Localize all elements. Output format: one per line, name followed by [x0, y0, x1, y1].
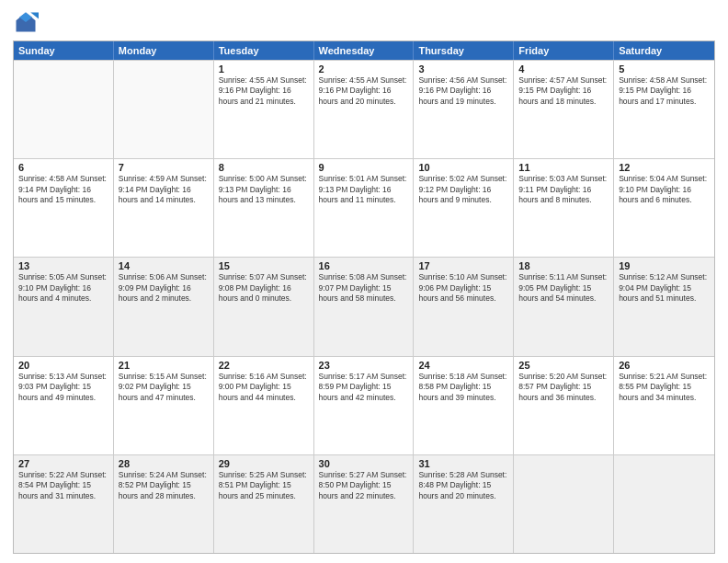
day-info: Sunrise: 4:56 AM Sunset: 9:16 PM Dayligh…	[418, 75, 508, 107]
day-number: 4	[518, 63, 609, 75]
day-info: Sunrise: 5:24 AM Sunset: 8:52 PM Dayligh…	[119, 470, 209, 501]
calendar-cell: 13Sunrise: 5:05 AM Sunset: 9:10 PM Dayli…	[14, 258, 114, 355]
day-info: Sunrise: 5:08 AM Sunset: 9:07 PM Dayligh…	[319, 272, 409, 304]
day-info: Sunrise: 4:59 AM Sunset: 9:14 PM Dayligh…	[119, 174, 209, 205]
day-info: Sunrise: 5:04 AM Sunset: 9:10 PM Dayligh…	[619, 174, 710, 205]
calendar-cell: 5Sunrise: 4:58 AM Sunset: 9:15 PM Daylig…	[614, 61, 714, 158]
day-info: Sunrise: 5:01 AM Sunset: 9:13 PM Dayligh…	[319, 174, 409, 205]
calendar-row-4: 27Sunrise: 5:22 AM Sunset: 8:54 PM Dayli…	[14, 454, 714, 553]
calendar-cell: 25Sunrise: 5:20 AM Sunset: 8:57 PM Dayli…	[514, 357, 614, 454]
day-info: Sunrise: 5:17 AM Sunset: 8:59 PM Dayligh…	[319, 372, 409, 403]
day-number: 5	[619, 63, 710, 75]
calendar-cell: 10Sunrise: 5:02 AM Sunset: 9:12 PM Dayli…	[414, 159, 514, 257]
calendar: SundayMondayTuesdayWednesdayThursdayFrid…	[13, 40, 715, 554]
header-day-wednesday: Wednesday	[314, 41, 415, 60]
header-day-saturday: Saturday	[614, 41, 714, 60]
calendar-cell: 6Sunrise: 4:58 AM Sunset: 9:14 PM Daylig…	[14, 159, 114, 257]
day-info: Sunrise: 5:00 AM Sunset: 9:13 PM Dayligh…	[219, 174, 309, 205]
day-number: 30	[319, 458, 409, 469]
day-info: Sunrise: 5:22 AM Sunset: 8:54 PM Dayligh…	[18, 470, 108, 501]
day-info: Sunrise: 5:21 AM Sunset: 8:55 PM Dayligh…	[619, 372, 710, 403]
day-info: Sunrise: 4:55 AM Sunset: 9:16 PM Dayligh…	[219, 75, 309, 107]
day-info: Sunrise: 5:16 AM Sunset: 9:00 PM Dayligh…	[219, 372, 309, 403]
day-info: Sunrise: 5:18 AM Sunset: 8:58 PM Dayligh…	[418, 372, 508, 403]
calendar-cell: 3Sunrise: 4:56 AM Sunset: 9:16 PM Daylig…	[414, 61, 514, 158]
header-day-tuesday: Tuesday	[214, 41, 314, 60]
calendar-cell: 12Sunrise: 5:04 AM Sunset: 9:10 PM Dayli…	[614, 159, 714, 257]
day-number: 16	[319, 260, 409, 271]
day-number: 17	[418, 260, 508, 271]
day-info: Sunrise: 5:06 AM Sunset: 9:09 PM Dayligh…	[119, 272, 209, 304]
day-number: 14	[119, 260, 209, 271]
day-number: 10	[418, 162, 508, 173]
day-number: 11	[518, 162, 609, 173]
day-number: 31	[418, 458, 508, 469]
day-number: 2	[319, 63, 409, 75]
day-info: Sunrise: 5:10 AM Sunset: 9:06 PM Dayligh…	[418, 272, 508, 304]
calendar-cell	[14, 61, 114, 158]
day-number: 9	[319, 162, 409, 173]
header	[13, 9, 715, 35]
calendar-row-2: 13Sunrise: 5:05 AM Sunset: 9:10 PM Dayli…	[14, 257, 714, 355]
calendar-cell: 16Sunrise: 5:08 AM Sunset: 9:07 PM Dayli…	[314, 258, 415, 355]
day-info: Sunrise: 4:57 AM Sunset: 9:15 PM Dayligh…	[518, 75, 609, 107]
day-info: Sunrise: 4:58 AM Sunset: 9:14 PM Dayligh…	[18, 174, 108, 205]
calendar-cell: 20Sunrise: 5:13 AM Sunset: 9:03 PM Dayli…	[14, 357, 114, 454]
day-info: Sunrise: 5:11 AM Sunset: 9:05 PM Dayligh…	[518, 272, 609, 304]
calendar-row-1: 6Sunrise: 4:58 AM Sunset: 9:14 PM Daylig…	[14, 158, 714, 257]
calendar-cell: 1Sunrise: 4:55 AM Sunset: 9:16 PM Daylig…	[214, 61, 314, 158]
day-info: Sunrise: 5:12 AM Sunset: 9:04 PM Dayligh…	[619, 272, 710, 304]
page: SundayMondayTuesdayWednesdayThursdayFrid…	[0, 0, 728, 563]
calendar-cell: 22Sunrise: 5:16 AM Sunset: 9:00 PM Dayli…	[214, 357, 314, 454]
header-day-thursday: Thursday	[414, 41, 514, 60]
calendar-cell: 9Sunrise: 5:01 AM Sunset: 9:13 PM Daylig…	[314, 159, 415, 257]
calendar-cell: 29Sunrise: 5:25 AM Sunset: 8:51 PM Dayli…	[214, 455, 314, 553]
day-number: 7	[119, 162, 209, 173]
calendar-cell: 26Sunrise: 5:21 AM Sunset: 8:55 PM Dayli…	[614, 357, 714, 454]
calendar-cell	[614, 455, 714, 553]
day-info: Sunrise: 5:28 AM Sunset: 8:48 PM Dayligh…	[418, 470, 508, 501]
day-number: 13	[18, 260, 108, 271]
day-info: Sunrise: 5:15 AM Sunset: 9:02 PM Dayligh…	[119, 372, 209, 403]
day-info: Sunrise: 5:25 AM Sunset: 8:51 PM Dayligh…	[219, 470, 309, 501]
day-number: 12	[619, 162, 710, 173]
calendar-cell	[114, 61, 214, 158]
logo	[13, 9, 42, 35]
calendar-cell: 8Sunrise: 5:00 AM Sunset: 9:13 PM Daylig…	[214, 159, 314, 257]
day-number: 23	[319, 360, 409, 371]
logo-icon	[13, 9, 39, 35]
calendar-row-0: 1Sunrise: 4:55 AM Sunset: 9:16 PM Daylig…	[14, 60, 714, 158]
day-number: 25	[518, 360, 609, 371]
calendar-cell: 17Sunrise: 5:10 AM Sunset: 9:06 PM Dayli…	[414, 258, 514, 355]
day-number: 27	[18, 458, 108, 469]
day-number: 8	[219, 162, 309, 173]
calendar-cell: 7Sunrise: 4:59 AM Sunset: 9:14 PM Daylig…	[114, 159, 214, 257]
day-info: Sunrise: 5:13 AM Sunset: 9:03 PM Dayligh…	[18, 372, 108, 403]
day-number: 26	[619, 360, 710, 371]
day-number: 29	[219, 458, 309, 469]
header-day-friday: Friday	[514, 41, 614, 60]
header-day-sunday: Sunday	[14, 41, 114, 60]
calendar-cell: 30Sunrise: 5:27 AM Sunset: 8:50 PM Dayli…	[314, 455, 415, 553]
day-number: 15	[219, 260, 309, 271]
calendar-cell: 19Sunrise: 5:12 AM Sunset: 9:04 PM Dayli…	[614, 258, 714, 355]
calendar-cell: 2Sunrise: 4:55 AM Sunset: 9:16 PM Daylig…	[314, 61, 415, 158]
calendar-cell: 18Sunrise: 5:11 AM Sunset: 9:05 PM Dayli…	[514, 258, 614, 355]
calendar-cell: 11Sunrise: 5:03 AM Sunset: 9:11 PM Dayli…	[514, 159, 614, 257]
calendar-header: SundayMondayTuesdayWednesdayThursdayFrid…	[14, 41, 714, 60]
day-info: Sunrise: 4:58 AM Sunset: 9:15 PM Dayligh…	[619, 75, 710, 107]
calendar-cell: 23Sunrise: 5:17 AM Sunset: 8:59 PM Dayli…	[314, 357, 415, 454]
day-number: 6	[18, 162, 108, 173]
calendar-cell: 24Sunrise: 5:18 AM Sunset: 8:58 PM Dayli…	[414, 357, 514, 454]
day-info: Sunrise: 4:55 AM Sunset: 9:16 PM Dayligh…	[319, 75, 409, 107]
calendar-cell	[514, 455, 614, 553]
header-day-monday: Monday	[114, 41, 214, 60]
day-number: 28	[119, 458, 209, 469]
calendar-cell: 21Sunrise: 5:15 AM Sunset: 9:02 PM Dayli…	[114, 357, 214, 454]
day-number: 24	[418, 360, 508, 371]
calendar-cell: 14Sunrise: 5:06 AM Sunset: 9:09 PM Dayli…	[114, 258, 214, 355]
calendar-row-3: 20Sunrise: 5:13 AM Sunset: 9:03 PM Dayli…	[14, 356, 714, 454]
day-info: Sunrise: 5:02 AM Sunset: 9:12 PM Dayligh…	[418, 174, 508, 205]
day-info: Sunrise: 5:07 AM Sunset: 9:08 PM Dayligh…	[219, 272, 309, 304]
calendar-cell: 31Sunrise: 5:28 AM Sunset: 8:48 PM Dayli…	[414, 455, 514, 553]
